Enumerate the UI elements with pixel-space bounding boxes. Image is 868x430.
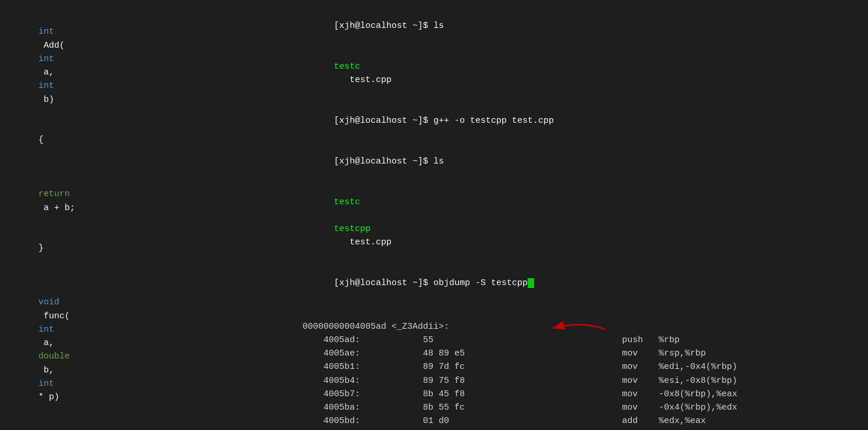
asm-section-addii: 00000000004005ad <_Z3Addii>: 4005ad: 55 <box>303 320 856 431</box>
terminal-line-2: testc test.cpp <box>303 47 856 101</box>
code-line-3: return a + b; <box>17 161 273 228</box>
asm-row-4005ae: 4005ae: 48 89 e5 mov %rsp,%rbp <box>303 347 856 360</box>
terminal-asm-panel: [xjh@localhost ~]$ ls testc test.cpp [xj… <box>291 0 868 430</box>
asm-row-4005bd: 4005bd: 01 d0 add %edx,%eax <box>303 414 856 428</box>
terminal-line-3: [xjh@localhost ~]$ g++ -o testcpp test.c… <box>303 101 856 141</box>
asm-row-4005b1: 4005b1: 89 7d fc mov %edi,-0x4(%rbp) <box>303 360 856 374</box>
keyword-int: int <box>38 27 54 37</box>
source-code-panel: int Add( int a, int b) { return a + b; }… <box>0 0 291 430</box>
code-line-7: {} <box>17 418 273 431</box>
func-name-1: <_Z3Addii>: <box>392 320 449 333</box>
arrow-1 <box>547 318 617 341</box>
code-line-6: void func( int a, double b, int * p) <box>17 282 273 418</box>
terminal-line-5: testc testcpp test.cpp <box>303 182 856 263</box>
asm-row-4005bf: 4005bf: 5d pop %rbp <box>303 428 856 431</box>
code-line-1: int Add( int a, int b) <box>17 12 273 120</box>
terminal-output: [xjh@localhost ~]$ ls testc test.cpp [xj… <box>303 6 856 304</box>
code-line-2: { <box>17 120 273 161</box>
asm-row-4005b4: 4005b4: 89 75 f8 mov %esi,-0x8(%rbp) <box>303 374 856 388</box>
asm-row-4005b7: 4005b7: 8b 45 f8 mov -0x8(%rbp),%eax <box>303 388 856 401</box>
addr-full-1: 00000000004005ad <box>303 320 386 333</box>
terminal-line-4: [xjh@localhost ~]$ ls <box>303 141 856 182</box>
terminal-line-1: [xjh@localhost ~]$ ls <box>303 6 856 47</box>
asm-func-header-1: 00000000004005ad <_Z3Addii>: <box>303 320 856 333</box>
code-line-5 <box>17 269 273 282</box>
asm-row-4005ba: 4005ba: 8b 55 fc mov -0x4(%rbp),%edx <box>303 401 856 414</box>
cursor <box>528 278 534 288</box>
terminal-line-6: [xjh@localhost ~]$ objdump -S testcpp <box>303 263 856 304</box>
code-line-4: } <box>17 228 273 269</box>
